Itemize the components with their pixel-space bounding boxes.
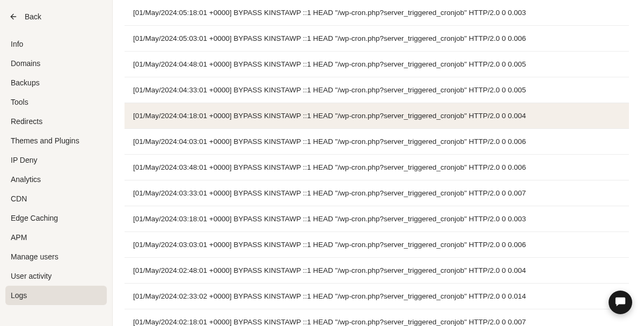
log-row[interactable]: [01/May/2024:02:33:02 +0000] BYPASS KINS… <box>125 284 629 309</box>
sidebar-item-tools[interactable]: Tools <box>5 92 107 112</box>
log-row[interactable]: [01/May/2024:05:18:01 +0000] BYPASS KINS… <box>125 0 629 26</box>
log-row[interactable]: [01/May/2024:02:18:01 +0000] BYPASS KINS… <box>125 309 629 326</box>
nav-list: InfoDomainsBackupsToolsRedirectsThemes a… <box>5 34 107 305</box>
log-row[interactable]: [01/May/2024:04:33:01 +0000] BYPASS KINS… <box>125 77 629 103</box>
back-button[interactable]: Back <box>5 10 107 31</box>
log-row[interactable]: [01/May/2024:03:03:01 +0000] BYPASS KINS… <box>125 232 629 258</box>
chat-launcher-button[interactable] <box>609 291 632 314</box>
log-list: [01/May/2024:05:18:01 +0000] BYPASS KINS… <box>125 0 629 326</box>
log-row[interactable]: [01/May/2024:03:33:01 +0000] BYPASS KINS… <box>125 180 629 206</box>
sidebar-item-apm[interactable]: APM <box>5 228 107 247</box>
sidebar-item-backups[interactable]: Backups <box>5 73 107 92</box>
main-content: [01/May/2024:05:18:01 +0000] BYPASS KINS… <box>113 0 644 326</box>
arrow-left-icon <box>9 12 18 21</box>
sidebar-item-redirects[interactable]: Redirects <box>5 112 107 131</box>
log-row[interactable]: [01/May/2024:05:03:01 +0000] BYPASS KINS… <box>125 26 629 52</box>
log-row[interactable]: [01/May/2024:04:48:01 +0000] BYPASS KINS… <box>125 52 629 77</box>
sidebar-item-user-activity[interactable]: User activity <box>5 266 107 286</box>
chat-icon <box>614 295 626 309</box>
log-row[interactable]: [01/May/2024:04:18:01 +0000] BYPASS KINS… <box>125 103 629 129</box>
sidebar-item-cdn[interactable]: CDN <box>5 189 107 208</box>
log-row[interactable]: [01/May/2024:03:18:01 +0000] BYPASS KINS… <box>125 206 629 232</box>
sidebar-item-manage-users[interactable]: Manage users <box>5 247 107 266</box>
sidebar-item-edge-caching[interactable]: Edge Caching <box>5 208 107 228</box>
sidebar-item-analytics[interactable]: Analytics <box>5 170 107 189</box>
log-row[interactable]: [01/May/2024:03:48:01 +0000] BYPASS KINS… <box>125 155 629 180</box>
log-row[interactable]: [01/May/2024:04:03:01 +0000] BYPASS KINS… <box>125 129 629 155</box>
sidebar-item-logs[interactable]: Logs <box>5 286 107 305</box>
sidebar-item-ip-deny[interactable]: IP Deny <box>5 150 107 170</box>
log-row[interactable]: [01/May/2024:02:48:01 +0000] BYPASS KINS… <box>125 258 629 284</box>
back-label: Back <box>25 12 41 21</box>
sidebar-item-info[interactable]: Info <box>5 34 107 54</box>
sidebar-item-themes-and-plugins[interactable]: Themes and Plugins <box>5 131 107 150</box>
sidebar: Back InfoDomainsBackupsToolsRedirectsThe… <box>0 0 113 326</box>
sidebar-item-domains[interactable]: Domains <box>5 54 107 73</box>
